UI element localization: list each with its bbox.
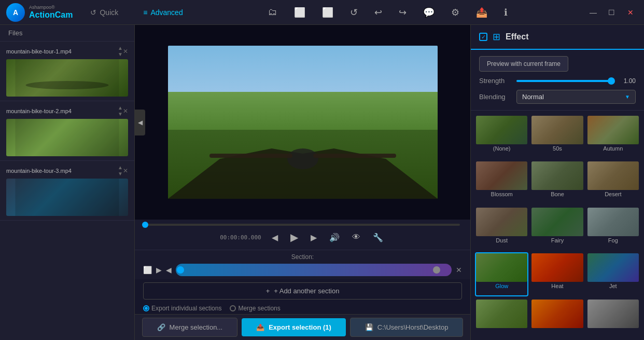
merge-selection-button[interactable]: 🔗 Merge selection... <box>142 318 238 337</box>
section-close-button[interactable]: ✕ <box>456 266 462 274</box>
effect-item-row4a[interactable] <box>475 298 528 336</box>
file-up-arrow-1[interactable]: ▲ <box>118 46 123 51</box>
section-fill <box>176 264 452 276</box>
progress-thumb[interactable] <box>142 222 148 228</box>
effect-item-none[interactable]: (None) <box>475 115 528 158</box>
export-label: Export selection (1) <box>269 323 331 331</box>
eye-button[interactable]: 👁 <box>350 230 362 244</box>
effect-item-autumn[interactable]: Autumn <box>586 115 640 158</box>
file-down-arrow-2[interactable]: ▼ <box>118 112 123 117</box>
settings-button[interactable]: ⚙ <box>447 5 464 20</box>
effect-checkbox[interactable]: ✓ <box>479 33 487 41</box>
effect-label-blossom: Blossom <box>491 190 513 198</box>
minimize-button[interactable]: — <box>586 5 600 20</box>
section-bar[interactable] <box>176 264 452 276</box>
file-item-2-header: mountain-bike-tour-2.mp4 ▲ ▼ ✕ <box>6 105 128 117</box>
effect-item-heat[interactable]: Heat <box>530 252 584 296</box>
effect-item-row4b[interactable] <box>530 298 584 336</box>
strength-thumb[interactable] <box>608 77 615 85</box>
effect-item-fairy[interactable]: Fairy <box>530 207 584 250</box>
export-individual-radio[interactable] <box>143 305 149 311</box>
thumbnail-svg-3 <box>6 179 128 216</box>
merge-icon: 🔗 <box>157 323 165 331</box>
section-add-icon-button[interactable]: ⬜ <box>143 266 152 274</box>
file-close-1[interactable]: ✕ <box>123 48 128 55</box>
logo-icon: A <box>6 3 25 22</box>
quick-nav-button[interactable]: ↺ Quick <box>83 5 125 20</box>
effect-thumb-desert <box>587 161 639 190</box>
effect-panel: ✓ ⊞ Effect Preview with current frame St… <box>470 25 644 340</box>
file-up-arrow-2[interactable]: ▲ <box>118 105 123 111</box>
strength-slider[interactable] <box>516 80 611 82</box>
open-folder-button[interactable]: 🗂 <box>264 5 282 20</box>
effect-item-glow[interactable]: Glow <box>475 252 528 296</box>
effect-item-50s[interactable]: 50s <box>530 115 584 158</box>
effect-thumb-50s <box>531 116 583 144</box>
file-down-arrow-3[interactable]: ▼ <box>118 171 123 176</box>
section-handle-right[interactable] <box>433 266 440 274</box>
strength-fill <box>516 80 611 82</box>
file-close-2[interactable]: ✕ <box>123 107 128 115</box>
close-button[interactable]: ✕ <box>623 5 638 20</box>
title-center: 🗂 ⬜ ⬜ ↺ ↩ ↪ 💬 ⚙ 📤 ℹ <box>264 5 512 20</box>
thumbnail-svg-2 <box>6 119 128 156</box>
redo-button[interactable]: ↪ <box>395 5 411 20</box>
tools-button[interactable]: 🔧 <box>371 230 385 244</box>
effect-item-jet[interactable]: Jet <box>586 252 640 296</box>
file-name-1: mountain-bike-tour-1.mp4 <box>6 48 118 55</box>
effect-item-desert[interactable]: Desert <box>586 160 640 204</box>
merge-sections-radio[interactable] <box>230 305 236 311</box>
effect-thumb-row4c <box>587 300 639 328</box>
logo-char: A <box>13 8 18 17</box>
effect-thumb-row4b <box>531 300 583 328</box>
section-handle-left[interactable] <box>177 266 184 274</box>
section-next-button[interactable]: ▶ <box>156 266 162 274</box>
collapse-sidebar-button[interactable]: ◀ <box>135 110 145 135</box>
merge-sections-option[interactable]: Merge sections <box>230 305 280 312</box>
add-section-button[interactable]: + + Add another section <box>143 282 462 300</box>
export-selection-button[interactable]: 📤 Export selection (1) <box>242 318 346 336</box>
info-button[interactable]: ℹ <box>500 5 512 20</box>
output-path-button[interactable]: 💾 C:\Users\Horst\Desktop <box>350 318 464 337</box>
bottom-toolbar: 🔗 Merge selection... 📤 Export selection … <box>135 314 470 340</box>
file-close-3[interactable]: ✕ <box>123 167 128 174</box>
next-frame-button[interactable]: ▶ <box>309 230 319 244</box>
main-progress-bar[interactable] <box>145 224 460 226</box>
effect-item-row4c[interactable] <box>586 298 640 336</box>
section-area: Section: ⬜ ▶ ◀ ✕ <box>135 250 470 279</box>
chevron-down-icon: ▼ <box>625 94 630 100</box>
effect-item-bone[interactable]: Bone <box>530 160 584 204</box>
effect-item-blossom[interactable]: Blossom <box>475 160 528 204</box>
file-item-2[interactable]: mountain-bike-tour-2.mp4 ▲ ▼ ✕ <box>0 101 134 161</box>
maximize-button[interactable]: ☐ <box>605 5 619 20</box>
advanced-nav-button[interactable]: ≡ Advanced <box>136 5 190 20</box>
duplicate-button[interactable]: ⬜ <box>290 5 310 20</box>
file-item-1[interactable]: mountain-bike-tour-1.mp4 ▲ ▼ ✕ <box>0 42 134 101</box>
thumbnail-svg-1 <box>6 59 128 97</box>
center-panel: ◀ 00:00:00.000 ◀ <box>135 25 470 340</box>
blending-select[interactable]: Normal ▼ <box>516 90 636 104</box>
window-button[interactable]: ⬜ <box>318 5 338 20</box>
section-prev-button[interactable]: ◀ <box>166 266 172 274</box>
chat-button[interactable]: 💬 <box>419 5 439 20</box>
effect-item-dust[interactable]: Dust <box>475 207 528 250</box>
reset-button[interactable]: ↺ <box>346 5 362 20</box>
file-arrows-2: ▲ ▼ <box>118 105 123 117</box>
effect-thumb-none <box>476 116 527 144</box>
effect-label-none: (None) <box>493 144 511 153</box>
preview-frame-button[interactable]: Preview with current frame <box>479 56 568 72</box>
effect-label-desert: Desert <box>605 190 621 198</box>
panel-controls: Preview with current frame Strength 1.00… <box>471 50 644 111</box>
undo-button[interactable]: ↩ <box>370 5 386 20</box>
prev-frame-button[interactable]: ◀ <box>270 230 280 244</box>
export-individual-option[interactable]: Export individual sections <box>143 305 221 312</box>
volume-button[interactable]: 🔊 <box>327 230 342 244</box>
svg-rect-0 <box>16 59 119 97</box>
effect-label-dust: Dust <box>496 236 508 244</box>
file-down-arrow-1[interactable]: ▼ <box>118 52 123 57</box>
play-button[interactable]: ▶ <box>288 229 300 246</box>
share-button[interactable]: 📤 <box>472 5 492 20</box>
file-up-arrow-3[interactable]: ▲ <box>118 165 123 170</box>
effect-item-fog[interactable]: Fog <box>586 207 640 250</box>
file-item-3[interactable]: mountain-bike-tour-3.mp4 ▲ ▼ ✕ <box>0 161 134 221</box>
